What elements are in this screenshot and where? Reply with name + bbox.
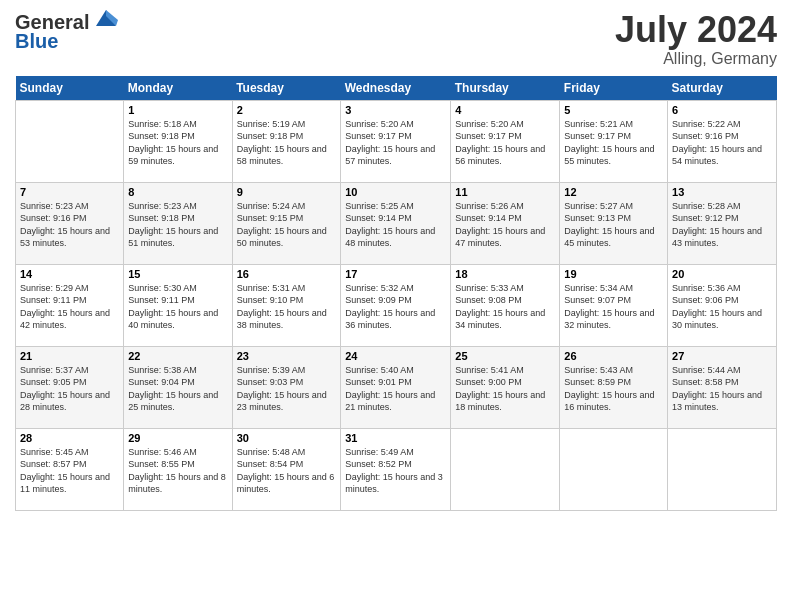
calendar-cell: 27Sunrise: 5:44 AMSunset: 8:58 PMDayligh…	[668, 346, 777, 428]
calendar-cell: 30Sunrise: 5:48 AMSunset: 8:54 PMDayligh…	[232, 428, 341, 510]
calendar-table: SundayMondayTuesdayWednesdayThursdayFrid…	[15, 76, 777, 511]
day-number: 15	[128, 268, 227, 280]
day-info: Sunrise: 5:37 AMSunset: 9:05 PMDaylight:…	[20, 364, 119, 414]
calendar-cell: 2Sunrise: 5:19 AMSunset: 9:18 PMDaylight…	[232, 100, 341, 182]
calendar-cell: 24Sunrise: 5:40 AMSunset: 9:01 PMDayligh…	[341, 346, 451, 428]
day-number: 4	[455, 104, 555, 116]
calendar-cell: 13Sunrise: 5:28 AMSunset: 9:12 PMDayligh…	[668, 182, 777, 264]
day-info: Sunrise: 5:39 AMSunset: 9:03 PMDaylight:…	[237, 364, 337, 414]
day-info: Sunrise: 5:20 AMSunset: 9:17 PMDaylight:…	[345, 118, 446, 168]
month-year: July 2024	[615, 10, 777, 50]
day-info: Sunrise: 5:22 AMSunset: 9:16 PMDaylight:…	[672, 118, 772, 168]
header: General Blue July 2024 Alling, Germany	[15, 10, 777, 68]
calendar-cell: 1Sunrise: 5:18 AMSunset: 9:18 PMDaylight…	[124, 100, 232, 182]
calendar-cell: 26Sunrise: 5:43 AMSunset: 8:59 PMDayligh…	[560, 346, 668, 428]
weekday-header-thursday: Thursday	[451, 76, 560, 101]
calendar-cell	[451, 428, 560, 510]
title-block: July 2024 Alling, Germany	[615, 10, 777, 68]
day-info: Sunrise: 5:26 AMSunset: 9:14 PMDaylight:…	[455, 200, 555, 250]
day-number: 12	[564, 186, 663, 198]
calendar-cell: 22Sunrise: 5:38 AMSunset: 9:04 PMDayligh…	[124, 346, 232, 428]
day-info: Sunrise: 5:33 AMSunset: 9:08 PMDaylight:…	[455, 282, 555, 332]
logo: General Blue	[15, 10, 120, 52]
day-number: 17	[345, 268, 446, 280]
day-number: 18	[455, 268, 555, 280]
day-info: Sunrise: 5:27 AMSunset: 9:13 PMDaylight:…	[564, 200, 663, 250]
calendar-cell: 18Sunrise: 5:33 AMSunset: 9:08 PMDayligh…	[451, 264, 560, 346]
day-number: 24	[345, 350, 446, 362]
calendar-cell	[668, 428, 777, 510]
day-number: 23	[237, 350, 337, 362]
calendar-cell: 6Sunrise: 5:22 AMSunset: 9:16 PMDaylight…	[668, 100, 777, 182]
calendar-cell: 19Sunrise: 5:34 AMSunset: 9:07 PMDayligh…	[560, 264, 668, 346]
day-info: Sunrise: 5:45 AMSunset: 8:57 PMDaylight:…	[20, 446, 119, 496]
day-info: Sunrise: 5:44 AMSunset: 8:58 PMDaylight:…	[672, 364, 772, 414]
day-info: Sunrise: 5:36 AMSunset: 9:06 PMDaylight:…	[672, 282, 772, 332]
day-number: 9	[237, 186, 337, 198]
day-number: 5	[564, 104, 663, 116]
day-info: Sunrise: 5:43 AMSunset: 8:59 PMDaylight:…	[564, 364, 663, 414]
day-info: Sunrise: 5:34 AMSunset: 9:07 PMDaylight:…	[564, 282, 663, 332]
calendar-cell: 25Sunrise: 5:41 AMSunset: 9:00 PMDayligh…	[451, 346, 560, 428]
day-info: Sunrise: 5:19 AMSunset: 9:18 PMDaylight:…	[237, 118, 337, 168]
day-number: 26	[564, 350, 663, 362]
weekday-header-row: SundayMondayTuesdayWednesdayThursdayFrid…	[16, 76, 777, 101]
calendar-week-2: 7Sunrise: 5:23 AMSunset: 9:16 PMDaylight…	[16, 182, 777, 264]
day-info: Sunrise: 5:41 AMSunset: 9:00 PMDaylight:…	[455, 364, 555, 414]
day-info: Sunrise: 5:25 AMSunset: 9:14 PMDaylight:…	[345, 200, 446, 250]
calendar-cell: 9Sunrise: 5:24 AMSunset: 9:15 PMDaylight…	[232, 182, 341, 264]
day-info: Sunrise: 5:23 AMSunset: 9:18 PMDaylight:…	[128, 200, 227, 250]
calendar-cell: 14Sunrise: 5:29 AMSunset: 9:11 PMDayligh…	[16, 264, 124, 346]
page: General Blue July 2024 Alling, Germany S…	[0, 0, 792, 612]
calendar-cell	[560, 428, 668, 510]
location: Alling, Germany	[615, 50, 777, 68]
calendar-cell: 8Sunrise: 5:23 AMSunset: 9:18 PMDaylight…	[124, 182, 232, 264]
day-info: Sunrise: 5:24 AMSunset: 9:15 PMDaylight:…	[237, 200, 337, 250]
calendar-cell	[16, 100, 124, 182]
calendar-week-4: 21Sunrise: 5:37 AMSunset: 9:05 PMDayligh…	[16, 346, 777, 428]
day-info: Sunrise: 5:28 AMSunset: 9:12 PMDaylight:…	[672, 200, 772, 250]
day-info: Sunrise: 5:18 AMSunset: 9:18 PMDaylight:…	[128, 118, 227, 168]
day-number: 1	[128, 104, 227, 116]
day-number: 10	[345, 186, 446, 198]
calendar-cell: 21Sunrise: 5:37 AMSunset: 9:05 PMDayligh…	[16, 346, 124, 428]
calendar-cell: 5Sunrise: 5:21 AMSunset: 9:17 PMDaylight…	[560, 100, 668, 182]
day-info: Sunrise: 5:38 AMSunset: 9:04 PMDaylight:…	[128, 364, 227, 414]
day-number: 19	[564, 268, 663, 280]
day-number: 3	[345, 104, 446, 116]
day-number: 11	[455, 186, 555, 198]
weekday-header-friday: Friday	[560, 76, 668, 101]
day-info: Sunrise: 5:46 AMSunset: 8:55 PMDaylight:…	[128, 446, 227, 496]
day-number: 2	[237, 104, 337, 116]
day-info: Sunrise: 5:23 AMSunset: 9:16 PMDaylight:…	[20, 200, 119, 250]
day-number: 6	[672, 104, 772, 116]
day-info: Sunrise: 5:29 AMSunset: 9:11 PMDaylight:…	[20, 282, 119, 332]
calendar-cell: 17Sunrise: 5:32 AMSunset: 9:09 PMDayligh…	[341, 264, 451, 346]
weekday-header-saturday: Saturday	[668, 76, 777, 101]
weekday-header-sunday: Sunday	[16, 76, 124, 101]
calendar-cell: 7Sunrise: 5:23 AMSunset: 9:16 PMDaylight…	[16, 182, 124, 264]
calendar-cell: 16Sunrise: 5:31 AMSunset: 9:10 PMDayligh…	[232, 264, 341, 346]
calendar-cell: 28Sunrise: 5:45 AMSunset: 8:57 PMDayligh…	[16, 428, 124, 510]
day-info: Sunrise: 5:30 AMSunset: 9:11 PMDaylight:…	[128, 282, 227, 332]
calendar-cell: 29Sunrise: 5:46 AMSunset: 8:55 PMDayligh…	[124, 428, 232, 510]
day-number: 20	[672, 268, 772, 280]
calendar-cell: 15Sunrise: 5:30 AMSunset: 9:11 PMDayligh…	[124, 264, 232, 346]
calendar-week-1: 1Sunrise: 5:18 AMSunset: 9:18 PMDaylight…	[16, 100, 777, 182]
calendar-cell: 3Sunrise: 5:20 AMSunset: 9:17 PMDaylight…	[341, 100, 451, 182]
calendar-cell: 4Sunrise: 5:20 AMSunset: 9:17 PMDaylight…	[451, 100, 560, 182]
day-number: 16	[237, 268, 337, 280]
day-number: 30	[237, 432, 337, 444]
day-info: Sunrise: 5:20 AMSunset: 9:17 PMDaylight:…	[455, 118, 555, 168]
day-info: Sunrise: 5:48 AMSunset: 8:54 PMDaylight:…	[237, 446, 337, 496]
calendar-week-5: 28Sunrise: 5:45 AMSunset: 8:57 PMDayligh…	[16, 428, 777, 510]
calendar-cell: 12Sunrise: 5:27 AMSunset: 9:13 PMDayligh…	[560, 182, 668, 264]
day-number: 25	[455, 350, 555, 362]
calendar-week-3: 14Sunrise: 5:29 AMSunset: 9:11 PMDayligh…	[16, 264, 777, 346]
day-number: 13	[672, 186, 772, 198]
day-number: 14	[20, 268, 119, 280]
day-number: 27	[672, 350, 772, 362]
day-info: Sunrise: 5:32 AMSunset: 9:09 PMDaylight:…	[345, 282, 446, 332]
calendar-cell: 23Sunrise: 5:39 AMSunset: 9:03 PMDayligh…	[232, 346, 341, 428]
calendar-cell: 31Sunrise: 5:49 AMSunset: 8:52 PMDayligh…	[341, 428, 451, 510]
